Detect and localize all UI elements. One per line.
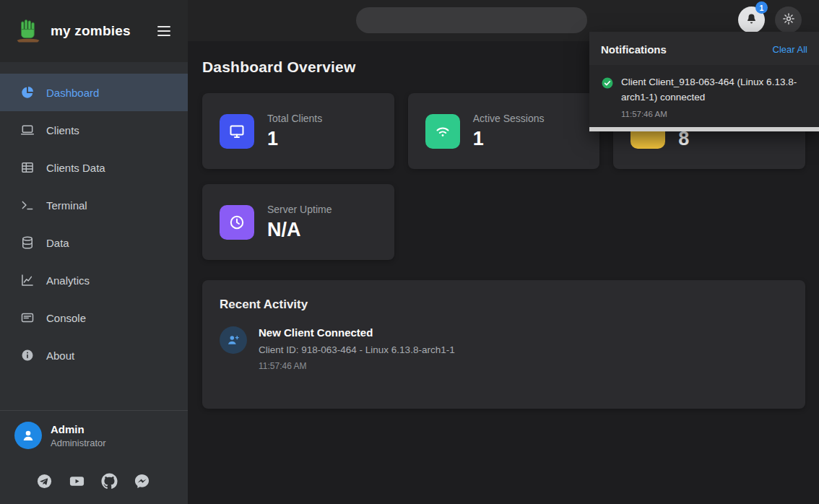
zombie-hand-logo-icon [14,17,42,45]
user-role: Administrator [51,438,106,448]
sidebar-item-about[interactable]: About [0,336,188,374]
sidebar-item-data[interactable]: Data [0,224,188,261]
sidebar-toggle-button[interactable] [153,22,175,40]
user-profile[interactable]: Admin Administrator [0,410,188,460]
sidebar-item-label: Analytics [46,274,90,287]
user-name: Admin [51,423,106,435]
github-icon[interactable] [101,473,118,490]
wifi-icon [425,114,460,149]
clock-icon [220,205,254,240]
terminal-icon [20,198,35,212]
user-plus-icon [220,326,247,354]
sidebar-item-terminal[interactable]: Terminal [0,186,188,224]
sidebar-item-label: Data [46,237,69,249]
stat-card-active-sessions: Active Sessions 1 [408,93,600,169]
stat-value: 1 [267,128,322,150]
notification-timestamp: 11:57:46 AM [621,110,807,118]
brand-title: my zombies [51,23,131,39]
sidebar-item-label: Console [46,312,86,324]
sidebar-item-dashboard[interactable]: Dashboard [0,74,188,111]
table-icon [20,160,35,175]
sidebar-footer: Admin Administrator [0,410,188,504]
database-icon [20,235,35,250]
bell-icon [745,12,758,28]
sidebar-item-clients[interactable]: Clients [0,111,188,149]
settings-button[interactable] [775,6,802,33]
sidebar-item-analytics[interactable]: Analytics [0,261,188,299]
notifications-title: Notifications [601,43,667,56]
notification-message: Client Client_918-063-464 (Linux 6.13.8-… [621,75,807,105]
check-circle-icon [601,77,614,90]
telegram-icon[interactable] [36,473,53,490]
activity-title: New Client Connected [259,326,455,339]
activity-item: New Client Connected Client ID: 918-063-… [220,326,788,371]
messenger-icon[interactable] [134,473,150,490]
social-links [0,460,188,504]
monitor-icon [220,114,254,149]
avatar [14,422,42,449]
pie-chart-icon [20,85,35,100]
gear-icon [782,12,795,27]
sidebar-item-label: Dashboard [46,87,99,99]
stat-value: N/A [267,219,332,241]
sidebar-item-label: Clients Data [46,162,105,174]
info-icon [20,348,35,362]
recent-activity-card: Recent Activity New Client Connected Cli… [202,280,805,409]
youtube-icon[interactable] [69,473,85,490]
sidebar-item-label: Terminal [46,199,87,212]
notification-item[interactable]: Client Client_918-063-464 (Linux 6.13.8-… [589,65,819,127]
stat-label: Total Clients [267,113,322,125]
app-window: my zombies Dashboard Clients [0,0,819,504]
stat-card-server-uptime: Server Uptime N/A [202,184,394,260]
activity-timestamp: 11:57:46 AM [259,361,455,371]
sidebar: my zombies Dashboard Clients [0,0,188,504]
activity-description: Client ID: 918-063-464 - Linux 6.13.8-ar… [259,344,455,355]
stat-label: Server Uptime [267,204,332,216]
clear-all-button[interactable]: Clear All [773,44,807,55]
stat-label: Active Sessions [473,113,545,125]
stat-card-total-clients: Total Clients 1 [202,93,394,169]
line-chart-icon [20,273,35,287]
sidebar-item-label: About [46,349,74,362]
recent-activity-title: Recent Activity [220,297,788,312]
stat-value: 1 [473,128,545,150]
sidebar-item-label: Clients [46,124,79,136]
sidebar-header: my zombies [0,0,188,62]
notifications-popover: Notifications Clear All Client Client_91… [589,32,819,131]
notifications-header: Notifications Clear All [589,32,819,65]
search-input[interactable] [356,7,587,33]
notification-badge: 1 [755,1,768,14]
sidebar-nav: Dashboard Clients Clients Data Terminal [0,62,188,374]
notifications-button[interactable]: 1 [738,6,765,33]
laptop-icon [20,123,35,137]
sidebar-item-console[interactable]: Console [0,299,188,336]
popover-footer-strip [589,127,819,131]
console-icon [20,310,35,325]
sidebar-item-clients-data[interactable]: Clients Data [0,149,188,186]
